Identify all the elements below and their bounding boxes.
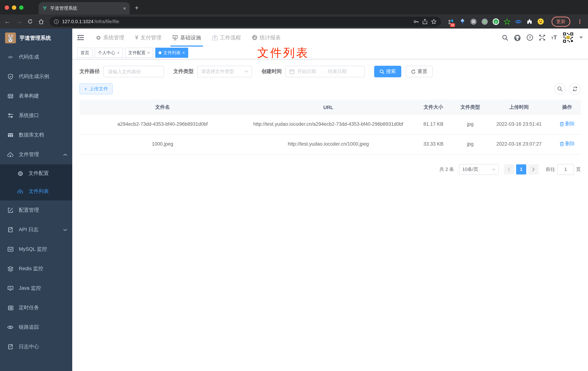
eye-extension-icon[interactable] xyxy=(515,18,522,25)
back-icon[interactable]: ← xyxy=(4,18,10,25)
file-path-input-field[interactable] xyxy=(107,68,160,74)
calendar-icon xyxy=(289,69,294,74)
table-toolbar: + 上传文件 xyxy=(79,83,581,95)
page-size-select[interactable]: 10条/页 xyxy=(459,164,499,175)
forward-icon[interactable]: → xyxy=(16,18,22,25)
favicon-plant-icon xyxy=(42,6,47,11)
toggle-search-button[interactable] xyxy=(554,83,566,95)
password-manager-extension-icon[interactable]: 11 xyxy=(448,18,454,25)
github-icon[interactable] xyxy=(514,34,521,41)
site-info-icon[interactable] xyxy=(54,19,59,24)
delete-button[interactable]: 删除 xyxy=(559,140,575,148)
home-icon[interactable] xyxy=(38,19,44,24)
gray-dot-extension-icon[interactable] xyxy=(482,18,488,25)
sidebar-item-trace[interactable]: 链路追踪 xyxy=(0,318,72,337)
dashboard-icon xyxy=(252,35,258,41)
table-row: a294ecb2-73dd-4353-bf40-296b8931d0bf htt… xyxy=(79,115,581,135)
file-type-select[interactable]: 请选择文件类型 xyxy=(197,66,252,77)
tag-file-list[interactable]: 文件列表 × xyxy=(155,48,188,58)
sidebar-item-system-api[interactable]: 系统接口 xyxy=(0,106,72,125)
sidebar-item-file-list[interactable]: 文件列表 xyxy=(0,182,72,201)
annotation-file-list: 文件列表 xyxy=(257,45,309,61)
next-page-button[interactable] xyxy=(528,164,538,174)
tag-close-icon[interactable]: × xyxy=(182,50,185,55)
emoji-extension-icon[interactable] xyxy=(537,18,544,25)
start-date-placeholder: 开始日期 xyxy=(297,68,316,75)
refresh-icon xyxy=(411,69,416,74)
sidebar-item-java-monitor[interactable]: Java 监控 xyxy=(0,278,72,298)
pagination: 共 2 条 10条/页 1 xyxy=(79,164,581,175)
fullscreen-icon[interactable] xyxy=(539,34,545,41)
hamburger-icon[interactable] xyxy=(72,29,89,47)
topmenu-infrastructure[interactable]: 基础设施 xyxy=(167,29,207,47)
goto-label: 前往 xyxy=(546,166,555,173)
delete-button[interactable]: 删除 xyxy=(559,120,575,128)
command-extension-icon[interactable]: ⌘ xyxy=(470,18,477,25)
help-icon[interactable]: ? xyxy=(527,34,533,41)
cell-upload-time: 2022-03-16 23:51:41 xyxy=(485,115,553,135)
share-icon[interactable] xyxy=(422,19,428,24)
star-extension-icon[interactable] xyxy=(504,18,510,25)
file-path-input[interactable] xyxy=(103,66,164,77)
search-icon[interactable] xyxy=(502,34,508,41)
sidebar-item-log-center[interactable]: 日志中心 xyxy=(0,337,72,357)
maximize-window-button[interactable] xyxy=(19,5,23,10)
font-size-icon[interactable]: TT xyxy=(551,34,557,41)
goto-page-input[interactable] xyxy=(557,164,574,175)
sidebar-item-form-builder[interactable]: 表单构建 xyxy=(0,86,72,106)
tag-close-icon[interactable]: × xyxy=(117,50,120,55)
upload-file-button[interactable]: + 上传文件 xyxy=(79,84,113,94)
prev-page-button[interactable] xyxy=(504,164,514,174)
caret-down-icon[interactable] xyxy=(579,36,583,39)
topmenu-system[interactable]: 系统管理 xyxy=(90,29,130,47)
close-window-button[interactable] xyxy=(5,5,9,10)
tab-close-icon[interactable]: × xyxy=(123,5,126,11)
yen-icon: ¥ xyxy=(135,34,138,41)
tag-file-config[interactable]: 文件配置 × xyxy=(125,48,153,58)
sliders-icon xyxy=(7,113,13,119)
col-file-type: 文件类型 xyxy=(456,100,485,115)
search-button[interactable]: 搜索 xyxy=(374,66,401,77)
puzzle-extension-icon[interactable] xyxy=(526,18,533,25)
tag-close-icon[interactable]: × xyxy=(147,50,150,55)
minimize-window-button[interactable] xyxy=(12,5,16,10)
cell-file-type: jpg xyxy=(456,115,485,135)
reset-button[interactable]: 重置 xyxy=(406,66,433,77)
sidebar-item-file-config[interactable]: 文件配置 xyxy=(0,164,72,182)
bookmark-star-icon[interactable] xyxy=(431,19,437,24)
chevron-down-icon xyxy=(492,168,495,170)
sidebar-item-redis-monitor[interactable]: Redis 监控 xyxy=(0,259,72,278)
browser-menu-icon[interactable]: ⋮ xyxy=(577,18,583,25)
tag-home[interactable]: 首页 xyxy=(77,48,93,58)
password-key-icon[interactable] xyxy=(413,19,419,24)
sidebar-item-config-management[interactable]: 配置管理 xyxy=(0,201,72,220)
sidebar-item-api-log[interactable]: API 日志 xyxy=(0,220,72,240)
date-range-input[interactable]: 开始日期 - 结束日期 xyxy=(285,66,365,77)
new-tab-button[interactable]: + xyxy=(135,4,139,12)
browser-update-button[interactable]: 更新 xyxy=(552,16,570,27)
topmenu-payment[interactable]: ¥ 支付管理 xyxy=(130,29,167,47)
sidebar-item-scheduled-tasks[interactable]: 定时任务 xyxy=(0,298,72,318)
sidebar-item-db-doc[interactable]: 数据库文档 xyxy=(0,125,72,145)
y-green-extension-icon[interactable]: y xyxy=(493,18,499,25)
reload-icon[interactable] xyxy=(27,19,33,24)
topmenu-report[interactable]: 统计报表 xyxy=(246,29,286,47)
end-date-placeholder: 结束日期 xyxy=(328,68,346,75)
page-number-button[interactable]: 1 xyxy=(516,164,526,174)
url-host: 127.0.0.1:1024 xyxy=(62,19,94,24)
chevron-down-icon xyxy=(63,229,67,231)
browser-tab[interactable]: 芋道管理系统 × xyxy=(39,2,130,14)
url-bar[interactable]: 127.0.0.1:1024/infra/file/file xyxy=(50,16,441,27)
refresh-table-button[interactable] xyxy=(569,83,581,95)
tags-bar: 首页 个人中心 × 文件配置 × 文件列表 × xyxy=(72,47,588,59)
sidebar-item-file-management[interactable]: 文件管理 xyxy=(0,145,72,164)
kite-extension-icon[interactable] xyxy=(459,18,466,25)
topmenu-workflow[interactable]: 工作流程 xyxy=(207,29,246,47)
tag-profile[interactable]: 个人中心 × xyxy=(95,48,123,58)
file-management-submenu: 文件配置 文件列表 xyxy=(0,164,72,201)
sidebar-item-mysql-monitor[interactable]: MySQL 监控 xyxy=(0,240,72,259)
sidebar-logo[interactable]: 🐰 芋道管理系统 xyxy=(0,29,72,47)
avatar[interactable] xyxy=(563,32,574,43)
sidebar-item-code-generation[interactable]: </> 代码生成 xyxy=(0,47,72,67)
sidebar-item-code-example[interactable]: 代码生成示例 xyxy=(0,67,72,86)
